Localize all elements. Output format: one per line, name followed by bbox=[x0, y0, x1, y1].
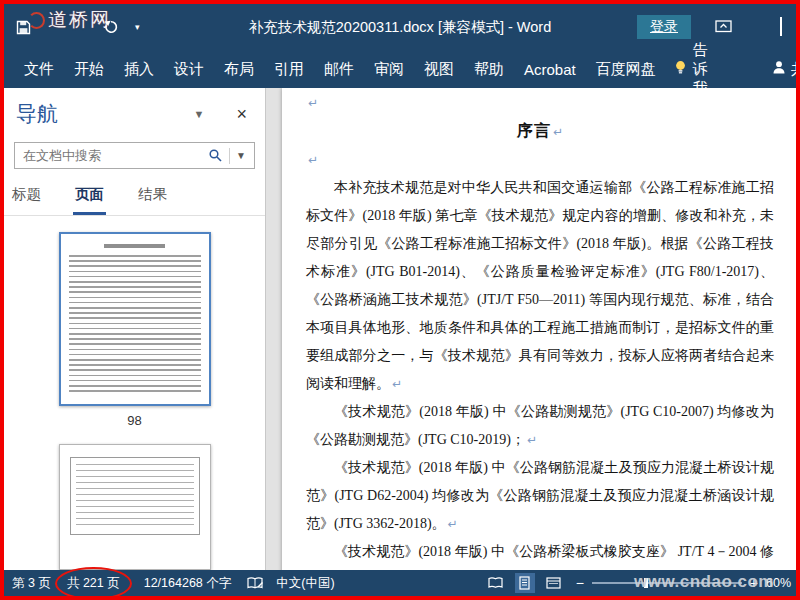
document-heading: 序言↵ bbox=[306, 117, 774, 146]
zoom-out-icon[interactable]: − bbox=[576, 575, 584, 591]
undo-icon[interactable] bbox=[103, 19, 119, 35]
nav-tab[interactable]: 标题 bbox=[10, 185, 43, 215]
login-button[interactable]: 登录 bbox=[637, 15, 691, 39]
page-thumbnail-next[interactable] bbox=[59, 444, 211, 570]
paragraph: 《技术规范》(2018 年版) 中《公路桥梁板式橡胶支座》 JT/T 4－200… bbox=[306, 538, 774, 570]
ribbon-tab[interactable]: 开始 bbox=[64, 52, 114, 87]
paragraph-mark: ↵ bbox=[527, 433, 537, 447]
main-area: 导航 ▼ × ▼ 标题页面结果 98 bbox=[4, 88, 796, 570]
status-language[interactable]: 中文(中国) bbox=[276, 575, 334, 592]
ribbon-tab-list: 文件开始插入设计布局引用邮件审阅视图帮助Acrobat百度网盘 bbox=[14, 52, 666, 87]
empty-paragraph: ↵ bbox=[306, 89, 774, 117]
quick-access-toolbar: ▾ bbox=[16, 19, 140, 35]
search-options-caret-icon[interactable]: ▼ bbox=[236, 150, 254, 161]
ribbon-tab[interactable]: 百度网盘 bbox=[586, 52, 666, 87]
page-thumbnail-selected[interactable] bbox=[59, 232, 211, 406]
view-mode-buttons bbox=[486, 573, 564, 593]
save-icon[interactable] bbox=[16, 20, 31, 35]
search-icon[interactable] bbox=[208, 148, 223, 163]
navigation-options-caret-icon[interactable]: ▼ bbox=[188, 104, 211, 124]
zoom-slider-thumb[interactable] bbox=[644, 578, 648, 588]
thumbnail-content bbox=[70, 457, 200, 535]
status-bar: 第 3 页 共 221 页 12/164268 个字 中文(中国) − + 60… bbox=[4, 570, 796, 596]
spellcheck-icon[interactable] bbox=[247, 577, 264, 590]
paragraph: 《技术规范》(2018 年版) 中《公路钢筋混凝土及预应力混凝土桥设计规范》(J… bbox=[306, 454, 774, 538]
nav-tab[interactable]: 页面 bbox=[73, 185, 106, 215]
empty-paragraph: ↵ bbox=[306, 146, 774, 174]
navigation-pane: 导航 ▼ × ▼ 标题页面结果 98 bbox=[4, 88, 266, 570]
ribbon-tab[interactable]: 邮件 bbox=[314, 52, 364, 87]
paragraph: 本补充技术规范是对中华人民共和国交通运输部《公路工程标准施工招标文件》(2018… bbox=[306, 174, 774, 398]
status-page-number[interactable]: 第 3 页 bbox=[12, 575, 51, 592]
ribbon-tab[interactable]: 插入 bbox=[114, 52, 164, 87]
thumbnail-content bbox=[69, 242, 201, 396]
ribbon-tab-bar: 文件开始插入设计布局引用邮件审阅视图帮助Acrobat百度网盘 告诉我 共享 bbox=[4, 50, 796, 88]
thumbnail-page-number: 98 bbox=[127, 413, 141, 428]
ribbon-tab[interactable]: 引用 bbox=[264, 52, 314, 87]
navigation-title: 导航 bbox=[16, 100, 58, 128]
paragraph-mark: ↵ bbox=[392, 377, 402, 391]
zoom-slider[interactable] bbox=[592, 582, 742, 584]
document-page[interactable]: ↵ 序言↵ ↵ 本补充技术规范是对中华人民共和国交通运输部《公路工程标准施工招标… bbox=[282, 88, 796, 570]
zoom-in-icon[interactable]: + bbox=[750, 575, 758, 591]
paragraph: 《技术规范》(2018 年版) 中《公路勘测规范》(JTG C10-2007) … bbox=[306, 398, 774, 454]
zoom-controls: − + 60% bbox=[576, 575, 800, 591]
window-title: 补充技术规范20200311.docx [兼容模式] - Word bbox=[249, 18, 551, 37]
ribbon-tab[interactable]: 文件 bbox=[14, 52, 64, 87]
nav-tab[interactable]: 结果 bbox=[136, 185, 169, 215]
document-area: ↵ 序言↵ ↵ 本补充技术规范是对中华人民共和国交通运输部《公路工程标准施工招标… bbox=[266, 88, 796, 570]
paragraph-mark: ↵ bbox=[308, 96, 318, 110]
print-layout-icon[interactable] bbox=[515, 573, 535, 593]
ribbon-tab[interactable]: 布局 bbox=[214, 52, 264, 87]
status-word-count[interactable]: 12/164268 个字 bbox=[144, 575, 232, 592]
read-mode-icon[interactable] bbox=[486, 573, 506, 593]
status-total-pages[interactable]: 共 221 页 bbox=[67, 575, 120, 592]
share-button[interactable]: 共享 bbox=[716, 60, 800, 79]
maximize-button[interactable] bbox=[780, 18, 782, 36]
ribbon-tab[interactable]: 帮助 bbox=[464, 52, 514, 87]
web-layout-icon[interactable] bbox=[544, 573, 564, 593]
navigation-close-icon[interactable]: × bbox=[232, 105, 251, 123]
navigation-tabs: 标题页面结果 bbox=[4, 185, 265, 216]
navigation-header: 导航 ▼ × bbox=[4, 88, 265, 132]
person-icon bbox=[772, 60, 786, 78]
ribbon-tab[interactable]: 审阅 bbox=[364, 52, 414, 87]
word-window: 道桥网 ▾ 补充技术规范20200311.docx [兼容模式] - Word … bbox=[0, 0, 800, 600]
search-divider bbox=[229, 148, 230, 164]
paragraph-mark: ↵ bbox=[308, 153, 318, 167]
paragraph-mark: ↵ bbox=[448, 517, 458, 531]
titlebar-controls: 登录 bbox=[637, 15, 796, 39]
ribbon-tab[interactable]: Acrobat bbox=[514, 53, 586, 86]
qat-customize-caret-icon[interactable]: ▾ bbox=[135, 22, 140, 32]
ribbon-display-options-icon[interactable] bbox=[715, 18, 732, 37]
lightbulb-icon bbox=[674, 60, 687, 79]
ribbon-tab[interactable]: 设计 bbox=[164, 52, 214, 87]
ribbon-tab[interactable]: 视图 bbox=[414, 52, 464, 87]
paragraph-mark: ↵ bbox=[553, 125, 563, 139]
page-thumbnail-list: 98 bbox=[4, 216, 265, 570]
search-input[interactable] bbox=[15, 148, 208, 163]
paragraphs: 本补充技术规范是对中华人民共和国交通运输部《公路工程标准施工招标文件》(2018… bbox=[306, 174, 774, 570]
zoom-percentage[interactable]: 60% bbox=[766, 576, 800, 590]
document-search-box: ▼ bbox=[14, 142, 255, 169]
